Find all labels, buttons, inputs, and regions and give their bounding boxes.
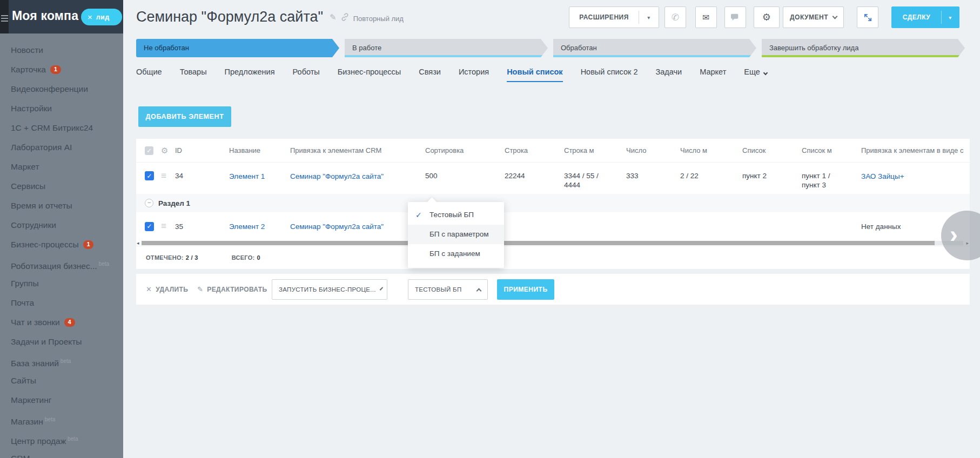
close-icon[interactable]: ×: [88, 13, 92, 21]
check-icon: ✓: [415, 205, 422, 225]
tab-more[interactable]: Еще: [744, 68, 767, 81]
scrollbar-thumb[interactable]: [142, 241, 935, 245]
column-header-number[interactable]: Число: [626, 146, 680, 154]
edit-button[interactable]: ✎ РЕДАКТИРОВАТЬ: [197, 274, 267, 305]
column-header-string[interactable]: Строка: [505, 146, 564, 154]
beta-label: beta: [99, 261, 109, 267]
column-header-list-m[interactable]: Список м: [802, 146, 861, 154]
tab-bizproc[interactable]: Бизнес-процессы: [338, 68, 401, 81]
sidebar-menu: Новости Карточка1 Видеоконференции Настр…: [0, 33, 123, 458]
tab-market[interactable]: Маркет: [700, 68, 726, 81]
sidebar-item-market[interactable]: Маркет: [0, 157, 123, 177]
edit-title-icon[interactable]: ✎: [330, 12, 337, 22]
chat-button[interactable]: [724, 6, 746, 28]
sidebar-item-mail[interactable]: Почта: [0, 293, 123, 313]
stage-processed[interactable]: Обработан: [553, 39, 756, 57]
mail-button[interactable]: ✉: [695, 6, 717, 28]
column-header-string-m[interactable]: Строка м: [564, 146, 626, 154]
document-button[interactable]: ДОКУМЕНТ: [783, 6, 844, 28]
sidebar-item-news[interactable]: Новости: [0, 41, 123, 60]
sidebar-item-sales-center[interactable]: Центр продажbeta: [0, 429, 123, 449]
list-table-card: ✓ ⚙ ID Название Привязка к элементам CRM…: [136, 139, 970, 269]
menu-item-test-bp[interactable]: ✓ Тестовый БП: [408, 205, 504, 225]
sidebar-item-settings[interactable]: Настройки: [0, 99, 123, 118]
crm-element-link[interactable]: Семинар "Формул2а сайта": [290, 223, 384, 231]
sidebar-item-groups[interactable]: Группы: [0, 274, 123, 293]
tab-robots[interactable]: Роботы: [293, 68, 320, 81]
select-all-checkbox[interactable]: ✓: [145, 146, 153, 155]
detail-tabs: Общие Товары Предложения Роботы Бизнес-п…: [136, 68, 767, 86]
row-checkbox[interactable]: ✓: [145, 171, 154, 180]
column-header-number-m[interactable]: Число м: [680, 146, 742, 154]
sidebar: Моя компа × лид Новости Карточка1 Видеок…: [0, 0, 123, 458]
row-checkbox[interactable]: ✓: [145, 222, 154, 231]
hamburger-icon[interactable]: [1, 14, 8, 23]
column-header-crm-binding[interactable]: Привязка к элементам CRM: [290, 146, 425, 154]
sidebar-item-tasks-projects[interactable]: Задачи и Проекты: [0, 332, 123, 352]
column-header-list[interactable]: Список: [742, 146, 802, 154]
column-header-binding-type[interactable]: Привязка к элементам в виде с: [861, 146, 970, 154]
sidebar-item-knowledge[interactable]: База знанийbeta: [0, 352, 123, 371]
crm-element-link[interactable]: Семинар "Формул2а сайта": [290, 172, 384, 180]
chevron-down-icon: [380, 287, 383, 290]
sidebar-item-services[interactable]: Сервисы: [0, 177, 123, 196]
chevron-down-icon[interactable]: ▾: [942, 15, 959, 21]
menu-item-bp-with-param[interactable]: БП с параметром: [408, 225, 504, 244]
menu-item-bp-with-task[interactable]: БП с заданием: [408, 244, 504, 264]
sidebar-item-ai-lab[interactable]: Лаборатория AI: [0, 138, 123, 157]
sidebar-item-rpa[interactable]: Роботизация бизнес...beta: [0, 254, 123, 274]
tab-tasks[interactable]: Задачи: [656, 68, 682, 81]
delete-button[interactable]: ✕ УДАЛИТЬ: [146, 274, 188, 305]
column-header-sort[interactable]: Сортировка: [425, 146, 505, 154]
tab-products[interactable]: Товары: [180, 68, 207, 81]
sidebar-item-bizproc[interactable]: Бизнес-процессы1: [0, 235, 123, 254]
sidebar-item-card[interactable]: Карточка1: [0, 60, 123, 79]
sidebar-item-crm[interactable]: CRM: [0, 449, 123, 458]
drag-handle-icon[interactable]: ≡: [161, 221, 166, 231]
sidebar-item-marketing[interactable]: Маркетинг: [0, 390, 123, 410]
tab-relations[interactable]: Связи: [419, 68, 441, 81]
sidebar-item-sites[interactable]: Сайты: [0, 371, 123, 390]
stage-not-processed[interactable]: Не обработан: [136, 39, 339, 57]
checked-counter: ОТМЕЧЕНО:2 / 3: [146, 254, 198, 261]
sidebar-item-chat-calls[interactable]: Чат и звонки4: [0, 313, 123, 332]
binding-link[interactable]: ЗАО Зайцы+: [861, 172, 904, 180]
create-deal-button[interactable]: СДЕЛКУ ▾: [891, 6, 959, 28]
tab-general[interactable]: Общие: [136, 68, 162, 81]
bizproc-select[interactable]: ТЕСТОВЫЙ БП: [408, 279, 488, 300]
settings-button[interactable]: ⚙: [754, 6, 780, 28]
action-select[interactable]: ЗАПУСТИТЬ БИЗНЕС-ПРОЦЕ...: [272, 279, 387, 300]
scroll-left-icon[interactable]: ◂: [137, 240, 139, 246]
tab-new-list-2[interactable]: Новый список 2: [581, 68, 638, 81]
expand-view-button[interactable]: [857, 6, 878, 28]
drag-handle-icon[interactable]: ≡: [161, 171, 166, 181]
lead-tab-pill[interactable]: × лид: [81, 9, 122, 25]
sidebar-item-1c-crm[interactable]: 1С + CRM Битрикс24: [0, 118, 123, 138]
table-row: ✓ ≡ 34 Элемент 1 Семинар "Формул2а сайта…: [136, 163, 970, 194]
table-footer: ОТМЕЧЕНО:2 / 3 ВСЕГО:0: [136, 246, 970, 269]
collapse-section-icon[interactable]: −: [145, 199, 153, 207]
lead-stage-bar: Не обработан В работе Обработан Завершит…: [136, 39, 965, 57]
element-link[interactable]: Элемент 1: [229, 172, 265, 180]
table-settings-gear-icon[interactable]: ⚙: [161, 146, 168, 155]
element-link[interactable]: Элемент 2: [229, 223, 265, 231]
group-action-bar: ✕ УДАЛИТЬ ✎ РЕДАКТИРОВАТЬ ЗАПУСТИТЬ БИЗН…: [136, 274, 970, 305]
add-element-button[interactable]: ДОБАВИТЬ ЭЛЕМЕНТ: [138, 106, 231, 127]
sidebar-item-employees[interactable]: Сотрудники: [0, 215, 123, 235]
expand-icon: [863, 13, 872, 22]
extensions-button[interactable]: РАСШИРЕНИЯ ▾: [569, 6, 659, 28]
stage-finish-processing[interactable]: Завершить обработку лида: [762, 39, 965, 57]
apply-button[interactable]: ПРИМЕНИТЬ: [497, 279, 554, 300]
phone-button[interactable]: ✆: [664, 6, 686, 28]
column-header-name[interactable]: Название: [229, 146, 290, 154]
tab-quotes[interactable]: Предложения: [225, 68, 275, 81]
copy-link-icon[interactable]: [341, 13, 349, 21]
column-header-id[interactable]: ID: [175, 146, 229, 154]
tab-new-list[interactable]: Новый список: [507, 68, 562, 82]
tab-history[interactable]: История: [459, 68, 489, 81]
sidebar-item-shop[interactable]: Магазинbeta: [0, 410, 123, 429]
sidebar-item-videoconf[interactable]: Видеоконференции: [0, 79, 123, 99]
sidebar-item-time-reports[interactable]: Время и отчеты: [0, 196, 123, 215]
chevron-down-icon[interactable]: ▾: [639, 15, 659, 21]
stage-in-progress[interactable]: В работе: [345, 39, 548, 57]
